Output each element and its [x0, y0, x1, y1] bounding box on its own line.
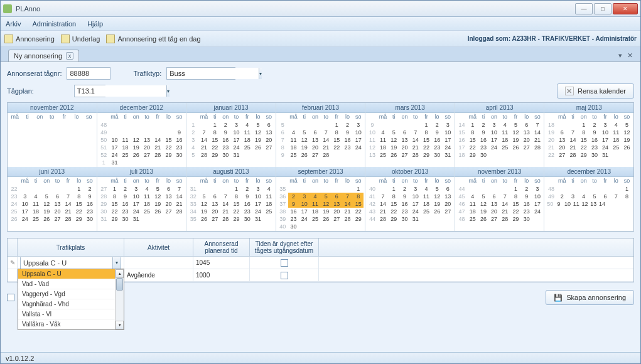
- underlag-icon: [61, 35, 70, 43]
- checkbox[interactable]: [281, 259, 288, 267]
- tagplan-label: Tågplan:: [7, 87, 34, 95]
- tagplan-value[interactable]: [75, 85, 166, 97]
- month-november[interactable]: november 2012måtiontofrlösö: [8, 103, 97, 167]
- close-button[interactable]: ✕: [613, 3, 638, 14]
- scroll-thumb[interactable]: [116, 278, 123, 291]
- month-april[interactable]: april 2013måtiontofrlösö1412345671589101…: [455, 103, 545, 167]
- menubar: Arkiv Administration Hjälp: [1, 17, 640, 31]
- month-november[interactable]: november 2013måtiontofrlösö4412345456789…: [455, 167, 545, 231]
- maximize-button[interactable]: □: [594, 3, 611, 14]
- menu-hjalp[interactable]: Hjälp: [87, 20, 103, 28]
- status-bar: v1.0.12.2: [1, 352, 640, 363]
- tab-dropdown-icon[interactable]: ▾: [618, 51, 622, 60]
- app-window: PLAnno — □ ✕ Arkiv Administration Hjälp …: [0, 0, 641, 364]
- month-oktober[interactable]: oktober 2013måtiontofrlösö40123456417891…: [365, 167, 455, 231]
- month-augusti[interactable]: augusti 2013måtiontofrlösö31123432567891…: [186, 167, 276, 231]
- content-area: Annonserat tågnr: Trafiktyp: ▾ Tågplan: …: [1, 62, 640, 352]
- save-icon: 💾: [554, 294, 563, 302]
- cell-aktivitet[interactable]: Avgående: [124, 269, 193, 281]
- etttag-icon: [106, 35, 115, 43]
- month-juli[interactable]: juli 2013måtiontofrlösö27123456728891011…: [97, 167, 187, 231]
- menu-arkiv[interactable]: Arkiv: [6, 20, 21, 28]
- checkbox[interactable]: [281, 272, 288, 279]
- dropdown-option[interactable]: Vad - Vad: [18, 279, 124, 289]
- month-mars[interactable]: mars 2013måtiontofrlösö91231045678910111…: [365, 103, 455, 167]
- cell-dygnet[interactable]: [250, 269, 319, 281]
- window-title: PLAnno: [16, 5, 574, 13]
- cell-dygnet[interactable]: [250, 257, 319, 269]
- toolbar-underlag[interactable]: Underlag: [61, 35, 100, 43]
- tab-close-all-icon[interactable]: ✕: [627, 51, 633, 60]
- dropdown-option[interactable]: Vallsta - Vl: [18, 309, 124, 319]
- grid-col-aktivitet[interactable]: Aktivitet: [124, 238, 193, 256]
- trafikplats-input[interactable]: [21, 257, 112, 269]
- scroll-down-icon[interactable]: ▾: [116, 321, 124, 329]
- cell-tid[interactable]: 1000: [193, 269, 250, 281]
- clear-icon: ✕: [565, 87, 574, 95]
- dropdown-scrollbar[interactable]: ▴ ▾: [115, 269, 124, 329]
- dropdown-option[interactable]: Uppsala C - U: [18, 269, 124, 279]
- footer-checkbox[interactable]: [7, 294, 14, 301]
- chevron-down-icon[interactable]: ▾: [259, 68, 262, 79]
- app-icon: [3, 4, 12, 13]
- month-december[interactable]: december 2012måtiontofrlösö4849950101112…: [97, 103, 187, 167]
- tagplan-combo[interactable]: ▾: [74, 85, 105, 97]
- scroll-up-icon[interactable]: ▴: [116, 269, 124, 278]
- chevron-down-icon[interactable]: ▾: [166, 85, 170, 97]
- menu-administration[interactable]: Administration: [32, 20, 76, 28]
- tab-bar: Ny annonsering x ▾ ✕: [1, 47, 640, 62]
- trafiktyp-combo[interactable]: ▾: [166, 67, 235, 80]
- cell-tid[interactable]: 1045: [193, 257, 250, 269]
- tab-label: Ny annonsering: [14, 52, 62, 60]
- login-info: Inloggad som: A233HR - TRAFIKVERKET - Ad…: [468, 35, 637, 42]
- trafiktyp-label: Trafiktyp:: [133, 70, 161, 77]
- toolbar-annonsering[interactable]: Annonsering: [4, 35, 55, 43]
- month-september[interactable]: september 2013måtiontofrlösö351362345678…: [276, 167, 366, 231]
- edit-icon[interactable]: ✎: [8, 257, 18, 269]
- trafikplats-grid: Trafikplats Aktivitet Annonserad planera…: [7, 238, 634, 282]
- calendar: november 2012måtiontofrlösödecember 2012…: [7, 102, 634, 232]
- tagnr-label: Annonserat tågnr:: [7, 70, 62, 77]
- trafiktyp-value[interactable]: [167, 68, 259, 79]
- month-december[interactable]: december 2013måtiontofrlösö4814923456785…: [544, 167, 633, 231]
- grid-col-trafikplats[interactable]: Trafikplats: [18, 238, 124, 256]
- dropdown-option[interactable]: Vallåkra - Våk: [18, 319, 124, 329]
- grid-header: Trafikplats Aktivitet Annonserad planera…: [8, 238, 633, 257]
- grid-col-edit: [8, 238, 18, 256]
- grid-col-tid[interactable]: Annonserad planerad tid: [193, 238, 250, 256]
- month-maj[interactable]: maj 2013måtiontofrlösö181234519678910111…: [544, 103, 633, 167]
- minimize-button[interactable]: —: [575, 3, 593, 14]
- rensa-kalender-button[interactable]: ✕ Rensa kalender: [557, 83, 634, 99]
- toolbar: Annonsering Underlag Annonsering ett tåg…: [1, 31, 640, 47]
- titlebar: PLAnno — □ ✕: [1, 1, 640, 17]
- toolbar-ett-tag[interactable]: Annonsering ett tåg en dag: [106, 35, 200, 43]
- grid-col-dygnet[interactable]: Tiden är dygnet efter tågets utgångsdatu…: [250, 238, 319, 256]
- month-januari[interactable]: januari 2013måtiontofrlösö11234562789101…: [186, 103, 276, 167]
- trafikplats-dropdown-list[interactable]: Uppsala C - UVad - VadVaggeryd - VgdVagn…: [18, 269, 124, 330]
- month-februari[interactable]: februari 2013måtiontofrlösö5123645678910…: [276, 103, 366, 167]
- edit-icon[interactable]: [8, 269, 18, 281]
- cell-aktivitet[interactable]: [124, 257, 193, 269]
- chevron-down-icon[interactable]: ▾: [112, 257, 121, 269]
- tagnr-input[interactable]: [67, 67, 110, 80]
- cell-trafikplats[interactable]: ▾: [18, 257, 124, 269]
- tab-close-icon[interactable]: x: [66, 52, 73, 60]
- annonsering-icon: [4, 35, 13, 43]
- skapa-annonsering-button[interactable]: 💾 Skapa annonsering: [546, 290, 634, 305]
- dropdown-option[interactable]: Vagnhärad - Vhd: [18, 299, 124, 309]
- tab-ny-annonsering[interactable]: Ny annonsering x: [8, 50, 79, 62]
- grid-row[interactable]: ✎▾1045: [8, 257, 633, 269]
- dropdown-option[interactable]: Vaggeryd - Vgd: [18, 289, 124, 299]
- month-juni[interactable]: juni 2013måtiontofrlösö22122334567892410…: [8, 167, 97, 231]
- version-label: v1.0.12.2: [6, 355, 34, 362]
